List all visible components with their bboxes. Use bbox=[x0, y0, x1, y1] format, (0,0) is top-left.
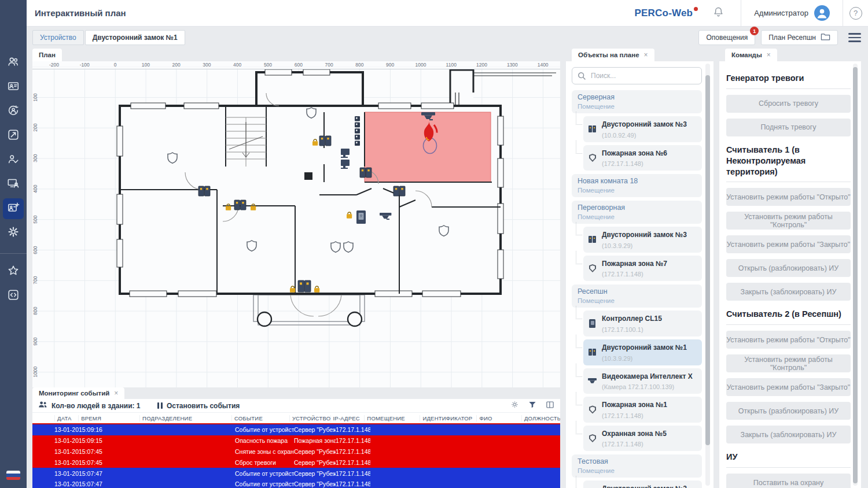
event-cell: 13-01-2025 bbox=[54, 426, 79, 433]
tree-item[interactable]: Двусторонний замок №2 (10.0.92.49) bbox=[583, 480, 702, 488]
command-button[interactable]: Открыть (разблокировать) ИУ bbox=[726, 402, 851, 420]
sidebar-item-plans[interactable] bbox=[3, 198, 24, 219]
menu-icon[interactable] bbox=[848, 33, 861, 42]
tree-item[interactable]: Пожарная зона №1 (172.17.1.148) bbox=[583, 397, 702, 423]
event-cell: 15:09:16 bbox=[79, 426, 141, 433]
divider bbox=[726, 467, 851, 468]
sidebar-item-verification[interactable] bbox=[3, 150, 24, 171]
tree-section-header[interactable]: Переговорная Помещение bbox=[572, 201, 702, 224]
star-icon bbox=[7, 264, 20, 279]
time-clock-icon bbox=[7, 104, 20, 119]
russian-flag-icon[interactable] bbox=[6, 471, 20, 480]
sidebar-item-favorites[interactable] bbox=[3, 261, 24, 282]
event-table-header: ДАТАВРЕМЯПОДРАЗДЕЛЕНИЕСОБЫТИЕУСТРОЙСТВОI… bbox=[32, 413, 560, 423]
tree-item[interactable]: Двусторонний замок №3 (10.0.92.49) bbox=[583, 116, 702, 142]
plan-tab[interactable]: План bbox=[32, 49, 62, 61]
scrollbar[interactable] bbox=[853, 64, 858, 486]
tree-item[interactable]: Пожарная зона №7 (172.17.1.148) bbox=[583, 256, 702, 282]
command-button[interactable]: Закрыть (заблокировать) ИУ bbox=[726, 426, 851, 443]
plan-canvas[interactable]: -200-10001002003004005006007008009001000… bbox=[32, 61, 560, 488]
column-header[interactable]: УСТРОЙСТВО bbox=[289, 415, 330, 422]
objects-tab[interactable]: Объекты на плане× bbox=[572, 49, 654, 61]
tree-item[interactable]: Контроллер CL15 (172.17.100.1) bbox=[583, 310, 702, 337]
user-menu[interactable]: Администратор bbox=[741, 0, 843, 26]
sidebar-item-settings[interactable] bbox=[3, 223, 24, 243]
tree-item[interactable]: Охранная зона №5 (172.17.1.148) bbox=[583, 426, 702, 452]
device-tab[interactable]: Двусторонний замок №1 bbox=[85, 30, 185, 45]
command-group: Генератор тревоги Сбросить тревогуПоднят… bbox=[726, 73, 851, 136]
event-row[interactable]: 13-01-202515:09:15Опасность пожараПожарн… bbox=[32, 435, 560, 446]
event-cell: Пожарная зона №2 bbox=[294, 437, 336, 444]
column-header[interactable]: ДОЛЖНОСТЬ bbox=[521, 415, 560, 422]
event-row[interactable]: 13-01-202515:07:47Событие от устройстваС… bbox=[32, 479, 560, 488]
event-row[interactable]: 13-01-202515:07:45Сброс тревогиСервер "Р… bbox=[32, 457, 560, 468]
help-button[interactable]: ? bbox=[843, 0, 868, 26]
command-button[interactable]: Открыть (разблокировать) ИУ bbox=[726, 259, 851, 277]
sidebar-item-access[interactable] bbox=[3, 125, 24, 146]
close-icon[interactable]: × bbox=[114, 389, 118, 397]
monitoring-tab[interactable]: Мониторинг событий× bbox=[32, 387, 124, 399]
ruler-tick-label: 500 bbox=[253, 61, 284, 69]
tree-item[interactable]: Пожарная зона №6 (172.17.1.148) bbox=[583, 145, 702, 171]
event-cell: 172.17.1.148 bbox=[336, 437, 370, 444]
filter-icon[interactable] bbox=[528, 401, 536, 411]
command-button[interactable]: Поставить на охрану bbox=[726, 474, 851, 488]
command-group-title: Считыватель 2 (в Ресепшн) bbox=[726, 309, 851, 320]
event-row[interactable]: 13-01-202515:07:45Снятие зоны с охраныСе… bbox=[32, 446, 560, 457]
pause-icon[interactable] bbox=[157, 402, 163, 409]
notifications-button[interactable]: Оповещения 1 bbox=[698, 30, 755, 45]
event-cell: 13-01-2025 bbox=[54, 459, 79, 466]
scrollbar[interactable] bbox=[705, 64, 710, 486]
tree-item[interactable]: Двусторонний замок №3 (10.3.9.29) bbox=[583, 227, 702, 253]
event-cell: 15:07:47 bbox=[79, 480, 141, 487]
command-button[interactable]: Установить режим работы "Закрыто" bbox=[726, 235, 851, 253]
command-button[interactable]: Установить режим работы "Открыто" bbox=[726, 188, 851, 206]
sidebar-item-integration[interactable] bbox=[3, 286, 24, 306]
column-header[interactable]: IP-АДРЕС bbox=[330, 415, 365, 422]
command-button[interactable]: Закрыть (заблокировать) ИУ bbox=[726, 283, 851, 301]
search-input[interactable] bbox=[572, 67, 702, 84]
tree-item[interactable]: Двусторонний замок №1 (10.3.9.29) bbox=[583, 339, 702, 365]
command-button[interactable]: Установить режим работы "Контроль" bbox=[726, 354, 851, 372]
event-row[interactable]: 13-01-202515:07:47Событие от устройстваС… bbox=[32, 468, 560, 479]
ruler-tick-label: 900 bbox=[375, 61, 406, 69]
sidebar-item-time-tracking[interactable] bbox=[3, 101, 24, 122]
event-cell: Сервер "Рубеж" bbox=[294, 459, 336, 466]
column-header[interactable]: ВРЕМЯ bbox=[78, 415, 139, 422]
tree-section-header[interactable]: Новая комната 18 Помещение bbox=[572, 174, 702, 197]
columns-icon[interactable] bbox=[546, 401, 554, 411]
column-header[interactable]: ДАТА bbox=[54, 415, 78, 422]
command-button[interactable]: Поднять тревогу bbox=[726, 119, 851, 136]
sidebar-item-badges[interactable] bbox=[3, 77, 24, 98]
stop-events-button[interactable]: Остановить события bbox=[167, 402, 240, 410]
command-button[interactable]: Установить режим работы "Открыто" bbox=[726, 331, 851, 349]
bell-icon[interactable] bbox=[712, 6, 724, 20]
commands-tab[interactable]: Команды× bbox=[725, 49, 777, 61]
device-tab[interactable]: Устройство bbox=[32, 30, 84, 45]
ruler-tick-label: 200 bbox=[161, 61, 192, 69]
fingerprint-reader-icon[interactable] bbox=[356, 210, 366, 224]
close-icon[interactable]: × bbox=[644, 51, 648, 59]
ruler-tick-label: -200 bbox=[39, 61, 69, 69]
sidebar-item-video-monitoring[interactable] bbox=[3, 174, 24, 195]
notifications-badge: 1 bbox=[750, 27, 759, 35]
column-header[interactable]: СОБЫТИЕ bbox=[231, 415, 289, 422]
close-icon[interactable]: × bbox=[767, 51, 771, 59]
tree-section-header[interactable]: Серверная Помещение bbox=[572, 90, 702, 113]
fire-alarm-room[interactable] bbox=[365, 112, 491, 182]
tree-section-header[interactable]: Тестовая Помещение bbox=[572, 454, 702, 478]
command-button[interactable]: Сбросить тревогу bbox=[726, 95, 851, 113]
plan-select-button[interactable]: План Ресепшн bbox=[761, 30, 838, 45]
sidebar-item-staff[interactable] bbox=[3, 53, 24, 73]
tree-item[interactable]: Видеокамера Интеллект X (Камера 172.17.1… bbox=[583, 368, 702, 394]
command-button[interactable]: Установить режим работы "Контроль" bbox=[726, 212, 851, 230]
command-button[interactable]: Установить режим работы "Закрыто" bbox=[726, 378, 851, 396]
column-header[interactable]: ПОМЕЩЕНИЕ bbox=[364, 415, 420, 422]
column-header[interactable]: ФИО bbox=[476, 415, 521, 422]
tree-section-header[interactable]: Ресепшн Помещение bbox=[572, 284, 702, 308]
column-header[interactable]: ПОДРАЗДЕЛЕНИЕ bbox=[139, 415, 231, 422]
event-row[interactable]: 13-01-202515:09:16Событие от устройстваС… bbox=[32, 424, 560, 435]
column-header[interactable]: ИДЕНТИФИКАТОР bbox=[420, 415, 476, 422]
device-tabs-bar: УстройствоДвусторонний замок №1 Оповещен… bbox=[27, 27, 868, 49]
settings-gear-icon[interactable] bbox=[510, 400, 519, 411]
